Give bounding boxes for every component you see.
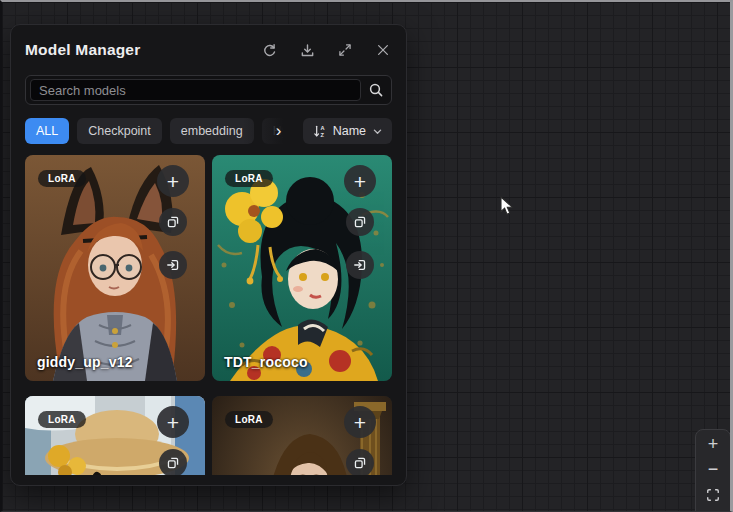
- model-card[interactable]: LoRA +: [25, 396, 205, 475]
- add-model-button[interactable]: +: [157, 165, 189, 197]
- search-button[interactable]: [361, 82, 384, 98]
- add-model-button[interactable]: +: [157, 406, 189, 438]
- add-model-button[interactable]: +: [344, 165, 376, 197]
- panel-header-actions: [260, 39, 392, 61]
- copy-model-button[interactable]: [159, 208, 187, 236]
- node-graph-canvas[interactable]: Model Manager: [0, 0, 733, 512]
- filter-chip-checkpoint[interactable]: Checkpoint: [77, 118, 162, 144]
- fit-view-icon: [706, 488, 720, 502]
- model-card[interactable]: LoRA + giddy_up_v12: [25, 155, 205, 381]
- model-card-grid: LoRA + giddy_up_v12: [25, 155, 392, 475]
- fit-view-button[interactable]: [696, 482, 730, 507]
- expand-icon: [338, 43, 352, 57]
- copy-icon: [166, 215, 180, 229]
- refresh-icon: [262, 43, 277, 58]
- zoom-out-button[interactable]: −: [696, 457, 730, 482]
- import-icon: [166, 258, 180, 272]
- model-type-badge: LoRA: [38, 411, 86, 428]
- close-icon: [376, 43, 390, 57]
- model-name: giddy_up_v12: [37, 354, 133, 370]
- mouse-cursor: [500, 196, 514, 216]
- model-manager-panel: Model Manager: [10, 24, 407, 486]
- copy-icon: [353, 215, 367, 229]
- model-type-badge: LoRA: [225, 411, 273, 428]
- model-card[interactable]: LoRA + TDT_rococo: [212, 155, 392, 381]
- add-model-button[interactable]: +: [344, 406, 376, 438]
- model-card[interactable]: LoRA +: [212, 396, 392, 475]
- copy-model-button[interactable]: [159, 449, 187, 475]
- copy-icon: [353, 456, 367, 470]
- zoom-in-button[interactable]: +: [696, 432, 730, 457]
- filter-chips-scroller: ALL Checkpoint embedding Hyper ›: [25, 118, 295, 144]
- chevron-down-icon: [372, 126, 383, 137]
- panel-header: Model Manager: [25, 39, 392, 61]
- download-icon: [300, 43, 315, 58]
- sort-label: Name: [333, 124, 366, 138]
- close-button[interactable]: [374, 41, 392, 59]
- filter-chip-embedding[interactable]: embedding: [170, 118, 254, 144]
- search-icon: [368, 82, 384, 98]
- copy-model-button[interactable]: [346, 449, 374, 475]
- toolbar-extra-button[interactable]: [696, 507, 730, 512]
- refresh-button[interactable]: [260, 41, 278, 59]
- import-icon: [353, 258, 367, 272]
- download-button[interactable]: [298, 41, 316, 59]
- model-name: TDT_rococo: [224, 354, 308, 370]
- model-type-badge: LoRA: [38, 170, 86, 187]
- load-model-button[interactable]: [346, 251, 374, 279]
- sort-letter-z: Z: [320, 131, 324, 137]
- copy-icon: [166, 456, 180, 470]
- sort-alpha-icon: A Z: [312, 124, 327, 139]
- filter-row: ALL Checkpoint embedding Hyper › A Z Nam…: [25, 118, 392, 144]
- sort-letter-a: A: [320, 125, 324, 131]
- model-type-badge: LoRA: [225, 170, 273, 187]
- chips-scroll-right-button[interactable]: ›: [269, 121, 289, 141]
- sort-dropdown[interactable]: A Z Name: [303, 118, 392, 144]
- copy-model-button[interactable]: [346, 208, 374, 236]
- canvas-zoom-toolbar: + −: [695, 429, 731, 512]
- expand-button[interactable]: [336, 41, 354, 59]
- search-bar: [25, 75, 392, 105]
- search-input[interactable]: [30, 79, 361, 101]
- load-model-button[interactable]: [159, 251, 187, 279]
- filter-chip-all[interactable]: ALL: [25, 118, 69, 144]
